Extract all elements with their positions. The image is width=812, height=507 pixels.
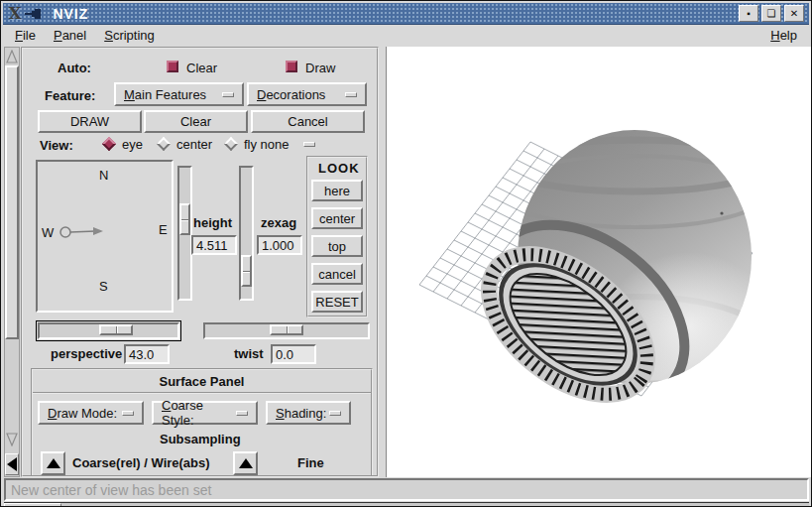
- menu-help[interactable]: Help: [770, 28, 797, 43]
- scroll-down-icon[interactable]: [6, 433, 18, 446]
- auto-label: Auto:: [58, 61, 91, 75]
- view-fly-label: fly none: [244, 137, 290, 152]
- perspective-slider-focus-ring: [36, 320, 181, 341]
- scroll-left-button[interactable]: [5, 453, 19, 475]
- 3d-viewport[interactable]: [386, 47, 811, 477]
- height-entry[interactable]: 4.511: [191, 235, 237, 255]
- surface-panel-header: Surface Panel: [33, 370, 371, 394]
- view-fly-radio[interactable]: [224, 137, 238, 151]
- minimize-button[interactable]: ▪: [739, 5, 758, 22]
- menu-file[interactable]: File: [15, 28, 36, 43]
- status-bar: New center of view has been set: [4, 478, 809, 501]
- menu-bar: File Panel Scripting Help: [3, 25, 809, 46]
- auto-clear-label: Clear: [186, 61, 217, 75]
- 3d-scene: [387, 47, 811, 477]
- bottom-scroll-thumb[interactable]: [4, 503, 61, 507]
- main-features-menubutton[interactable]: Main Features: [114, 82, 244, 106]
- perspective-slider[interactable]: [38, 322, 179, 339]
- compass-south-label: S: [99, 279, 108, 294]
- window-title: NVIZ: [53, 6, 88, 22]
- clear-button[interactable]: Clear: [144, 110, 248, 133]
- scroll-left-icon: [7, 457, 17, 471]
- menu-indicator-icon: [222, 92, 234, 97]
- zexag-slider[interactable]: [239, 166, 254, 301]
- x11-app-icon: X: [9, 5, 21, 23]
- menu-scripting[interactable]: Scripting: [104, 28, 155, 43]
- arrow-up-icon: [239, 458, 253, 468]
- compass-north-label: N: [99, 168, 108, 183]
- pin-icon[interactable]: [25, 7, 43, 21]
- perspective-slider-handle[interactable]: [99, 324, 133, 335]
- menu-indicator-icon: [236, 411, 248, 416]
- twist-label: twist: [234, 346, 264, 361]
- coarse-wire-label: Coarse(rel) / Wire(abs): [72, 455, 210, 470]
- maximize-button[interactable]: ❏: [761, 5, 781, 22]
- look-cancel-button[interactable]: cancel: [311, 263, 363, 285]
- shading-menubutton[interactable]: Shading:: [266, 401, 351, 425]
- nviz-window: X NVIZ ▪ ❏ ✕ File Panel Scripting Help: [0, 0, 812, 507]
- twist-slider-handle[interactable]: [270, 324, 303, 335]
- look-top-button[interactable]: top: [311, 235, 363, 257]
- title-bar[interactable]: X NVIZ ▪ ❏ ✕: [3, 3, 809, 25]
- eye-position-marker[interactable]: [59, 224, 105, 240]
- feature-label: Feature:: [45, 88, 95, 103]
- look-here-button[interactable]: here: [311, 180, 363, 201]
- fine-label: Fine: [297, 455, 324, 470]
- height-label: height: [193, 215, 232, 230]
- look-group: LOOK here center top cancel RESET: [306, 156, 368, 317]
- menu-indicator-icon: [345, 92, 357, 97]
- look-center-button[interactable]: center: [311, 207, 363, 229]
- view-label: View:: [40, 138, 73, 153]
- subsampling-label: Subsampling: [160, 432, 241, 446]
- coarse-style-menubutton[interactable]: Coarse Style:: [152, 401, 258, 425]
- menu-panel[interactable]: Panel: [54, 28, 86, 43]
- view-center-label: center: [176, 137, 212, 152]
- auto-draw-checkbox[interactable]: [286, 61, 297, 72]
- view-eye-label: eye: [122, 137, 143, 152]
- draw-mode-menubutton[interactable]: Draw Mode:: [38, 401, 144, 425]
- zexag-label: zexag: [261, 215, 296, 230]
- menu-indicator-icon: [122, 411, 134, 416]
- compass-east-label: E: [159, 222, 168, 237]
- surface-object: [458, 130, 773, 436]
- view-eye-radio[interactable]: [102, 137, 116, 151]
- decorations-menubutton[interactable]: Decorations: [247, 82, 367, 106]
- draw-button[interactable]: DRAW: [38, 110, 142, 133]
- bottom-scroll-strip[interactable]: [4, 502, 809, 507]
- arrow-up-icon: [47, 458, 60, 468]
- height-slider-handle[interactable]: [179, 203, 190, 235]
- panel-vertical-scrollbar[interactable]: [4, 47, 20, 477]
- zexag-entry[interactable]: 1.000: [257, 235, 302, 255]
- close-button[interactable]: ✕: [784, 5, 804, 22]
- scrollbar-thumb[interactable]: [5, 65, 19, 339]
- cancel-button[interactable]: Cancel: [251, 110, 365, 133]
- look-title: LOOK: [318, 161, 360, 176]
- auto-clear-checkbox[interactable]: [167, 61, 178, 72]
- look-reset-button[interactable]: RESET: [311, 291, 363, 313]
- perspective-entry[interactable]: 43.0: [124, 344, 170, 364]
- height-slider[interactable]: [177, 166, 192, 301]
- fine-increment-button[interactable]: [233, 451, 258, 475]
- twist-entry[interactable]: 0.0: [271, 344, 316, 364]
- surface-panel-title: Surface Panel: [160, 374, 245, 389]
- zexag-slider-handle[interactable]: [241, 255, 252, 287]
- coarse-increment-button[interactable]: [41, 451, 65, 475]
- menu-indicator-icon: [329, 411, 341, 416]
- eye-position-compass[interactable]: N W E S: [36, 160, 174, 313]
- perspective-label: perspective: [51, 346, 122, 361]
- twist-slider[interactable]: [203, 322, 370, 339]
- fly-menu-indicator-icon[interactable]: [303, 142, 315, 147]
- view-center-radio[interactable]: [157, 137, 171, 151]
- compass-west-label: W: [42, 225, 54, 240]
- scroll-up-icon[interactable]: [6, 50, 18, 63]
- auto-draw-label: Draw: [305, 61, 335, 75]
- status-message: New center of view has been set: [11, 482, 211, 498]
- control-panel: Auto: Clear Draw Feature: Main Features …: [21, 47, 379, 477]
- surface-panel-section: Surface Panel Draw Mode: Coarse Style: S…: [31, 368, 373, 477]
